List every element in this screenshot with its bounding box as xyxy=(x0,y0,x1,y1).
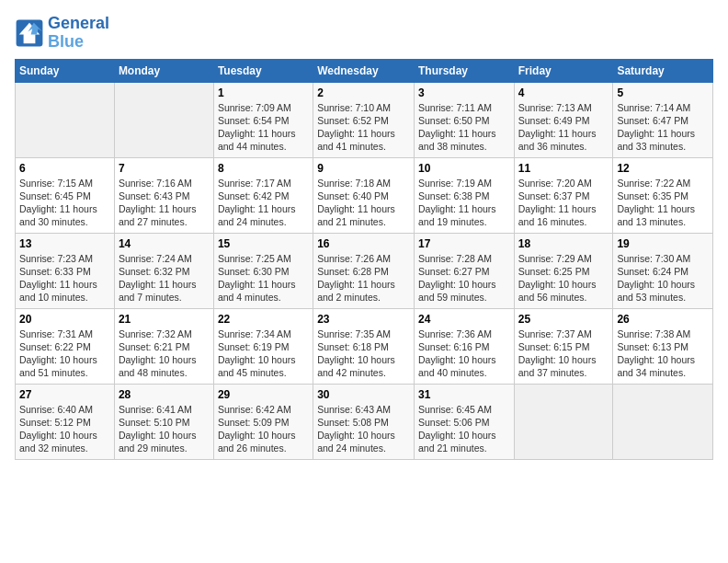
day-number: 1 xyxy=(218,86,309,99)
calendar-cell: 2Sunrise: 7:10 AMSunset: 6:52 PMDaylight… xyxy=(313,82,415,157)
day-number: 28 xyxy=(119,388,210,401)
cell-content: Sunrise: 7:22 AMSunset: 6:35 PMDaylight:… xyxy=(617,177,709,229)
cell-content: Sunrise: 7:31 AMSunset: 6:22 PMDaylight:… xyxy=(19,327,110,380)
calendar-cell: 17Sunrise: 7:28 AMSunset: 6:27 PMDayligh… xyxy=(414,233,514,308)
calendar-cell: 25Sunrise: 7:37 AMSunset: 6:15 PMDayligh… xyxy=(514,308,613,384)
day-number: 15 xyxy=(218,237,309,250)
cell-content: Sunrise: 6:41 AMSunset: 5:10 PMDaylight:… xyxy=(119,403,210,455)
calendar-cell xyxy=(16,82,115,157)
calendar-cell: 16Sunrise: 7:26 AMSunset: 6:28 PMDayligh… xyxy=(313,233,415,308)
day-number: 21 xyxy=(119,313,210,326)
calendar-week-row: 1Sunrise: 7:09 AMSunset: 6:54 PMDaylight… xyxy=(16,82,713,157)
calendar-cell: 28Sunrise: 6:41 AMSunset: 5:10 PMDayligh… xyxy=(114,384,213,459)
calendar-cell xyxy=(114,82,213,157)
calendar-cell: 3Sunrise: 7:11 AMSunset: 6:50 PMDaylight… xyxy=(414,82,514,157)
cell-content: Sunrise: 7:16 AMSunset: 6:43 PMDaylight:… xyxy=(119,177,210,229)
logo: General Blue xyxy=(15,15,109,52)
calendar-cell: 13Sunrise: 7:23 AMSunset: 6:33 PMDayligh… xyxy=(16,233,115,308)
cell-content: Sunrise: 7:20 AMSunset: 6:37 PMDaylight:… xyxy=(518,177,609,229)
day-number: 26 xyxy=(617,313,709,326)
cell-content: Sunrise: 7:30 AMSunset: 6:24 PMDaylight:… xyxy=(617,252,709,304)
day-number: 18 xyxy=(518,237,609,250)
calendar-cell: 10Sunrise: 7:19 AMSunset: 6:38 PMDayligh… xyxy=(414,157,514,233)
day-number: 7 xyxy=(119,162,210,175)
cell-content: Sunrise: 7:17 AMSunset: 6:42 PMDaylight:… xyxy=(218,177,309,229)
calendar-cell: 27Sunrise: 6:40 AMSunset: 5:12 PMDayligh… xyxy=(16,384,115,459)
calendar-cell: 26Sunrise: 7:38 AMSunset: 6:13 PMDayligh… xyxy=(613,308,713,384)
day-number: 14 xyxy=(119,237,210,250)
day-number: 3 xyxy=(418,86,510,99)
day-number: 25 xyxy=(518,313,609,326)
cell-content: Sunrise: 7:36 AMSunset: 6:16 PMDaylight:… xyxy=(418,327,510,380)
cell-content: Sunrise: 7:19 AMSunset: 6:38 PMDaylight:… xyxy=(418,177,510,229)
day-header-friday: Friday xyxy=(514,59,613,82)
cell-content: Sunrise: 7:29 AMSunset: 6:25 PMDaylight:… xyxy=(518,252,609,304)
cell-content: Sunrise: 7:35 AMSunset: 6:18 PMDaylight:… xyxy=(317,327,410,380)
day-number: 6 xyxy=(19,162,110,175)
day-number: 10 xyxy=(418,162,510,175)
day-number: 27 xyxy=(19,388,110,401)
calendar-cell: 23Sunrise: 7:35 AMSunset: 6:18 PMDayligh… xyxy=(313,308,415,384)
calendar-cell: 30Sunrise: 6:43 AMSunset: 5:08 PMDayligh… xyxy=(313,384,415,459)
day-header-monday: Monday xyxy=(114,59,213,82)
calendar-cell: 31Sunrise: 6:45 AMSunset: 5:06 PMDayligh… xyxy=(414,384,514,459)
day-number: 30 xyxy=(317,388,410,401)
day-number: 4 xyxy=(518,86,609,99)
day-number: 23 xyxy=(317,313,410,326)
cell-content: Sunrise: 7:34 AMSunset: 6:19 PMDaylight:… xyxy=(218,327,309,380)
day-header-sunday: Sunday xyxy=(16,59,115,82)
cell-content: Sunrise: 7:10 AMSunset: 6:52 PMDaylight:… xyxy=(317,101,410,154)
cell-content: Sunrise: 7:26 AMSunset: 6:28 PMDaylight:… xyxy=(317,252,410,304)
calendar-cell xyxy=(613,384,713,459)
calendar-cell: 12Sunrise: 7:22 AMSunset: 6:35 PMDayligh… xyxy=(613,157,713,233)
calendar-week-row: 13Sunrise: 7:23 AMSunset: 6:33 PMDayligh… xyxy=(16,233,713,308)
calendar-cell: 5Sunrise: 7:14 AMSunset: 6:47 PMDaylight… xyxy=(613,82,713,157)
calendar-week-row: 20Sunrise: 7:31 AMSunset: 6:22 PMDayligh… xyxy=(16,308,713,384)
cell-content: Sunrise: 6:43 AMSunset: 5:08 PMDaylight:… xyxy=(317,403,410,455)
calendar-cell xyxy=(514,384,613,459)
day-number: 19 xyxy=(617,237,709,250)
calendar-cell: 11Sunrise: 7:20 AMSunset: 6:37 PMDayligh… xyxy=(514,157,613,233)
cell-content: Sunrise: 7:37 AMSunset: 6:15 PMDaylight:… xyxy=(518,327,609,380)
cell-content: Sunrise: 6:40 AMSunset: 5:12 PMDaylight:… xyxy=(19,403,110,455)
cell-content: Sunrise: 7:23 AMSunset: 6:33 PMDaylight:… xyxy=(19,252,110,304)
cell-content: Sunrise: 7:09 AMSunset: 6:54 PMDaylight:… xyxy=(218,101,309,154)
cell-content: Sunrise: 7:11 AMSunset: 6:50 PMDaylight:… xyxy=(418,101,510,154)
calendar-cell: 1Sunrise: 7:09 AMSunset: 6:54 PMDaylight… xyxy=(213,82,313,157)
calendar-cell: 8Sunrise: 7:17 AMSunset: 6:42 PMDaylight… xyxy=(213,157,313,233)
day-number: 8 xyxy=(218,162,309,175)
day-number: 24 xyxy=(418,313,510,326)
logo-icon xyxy=(15,18,44,48)
calendar-cell: 7Sunrise: 7:16 AMSunset: 6:43 PMDaylight… xyxy=(114,157,213,233)
day-number: 17 xyxy=(418,237,510,250)
cell-content: Sunrise: 7:14 AMSunset: 6:47 PMDaylight:… xyxy=(617,101,709,154)
calendar-cell: 14Sunrise: 7:24 AMSunset: 6:32 PMDayligh… xyxy=(114,233,213,308)
page-header: General Blue xyxy=(15,15,713,52)
day-number: 16 xyxy=(317,237,410,250)
cell-content: Sunrise: 7:24 AMSunset: 6:32 PMDaylight:… xyxy=(119,252,210,304)
day-number: 2 xyxy=(317,86,410,99)
calendar-cell: 29Sunrise: 6:42 AMSunset: 5:09 PMDayligh… xyxy=(213,384,313,459)
day-number: 5 xyxy=(617,86,709,99)
cell-content: Sunrise: 7:15 AMSunset: 6:45 PMDaylight:… xyxy=(19,177,110,229)
day-number: 29 xyxy=(218,388,309,401)
cell-content: Sunrise: 7:25 AMSunset: 6:30 PMDaylight:… xyxy=(218,252,309,304)
calendar-cell: 15Sunrise: 7:25 AMSunset: 6:30 PMDayligh… xyxy=(213,233,313,308)
calendar-cell: 18Sunrise: 7:29 AMSunset: 6:25 PMDayligh… xyxy=(514,233,613,308)
calendar-cell: 6Sunrise: 7:15 AMSunset: 6:45 PMDaylight… xyxy=(16,157,115,233)
calendar-cell: 9Sunrise: 7:18 AMSunset: 6:40 PMDaylight… xyxy=(313,157,415,233)
calendar-cell: 21Sunrise: 7:32 AMSunset: 6:21 PMDayligh… xyxy=(114,308,213,384)
calendar-cell: 22Sunrise: 7:34 AMSunset: 6:19 PMDayligh… xyxy=(213,308,313,384)
day-number: 9 xyxy=(317,162,410,175)
day-header-saturday: Saturday xyxy=(613,59,713,82)
calendar-week-row: 27Sunrise: 6:40 AMSunset: 5:12 PMDayligh… xyxy=(16,384,713,459)
day-header-thursday: Thursday xyxy=(414,59,514,82)
calendar-cell: 4Sunrise: 7:13 AMSunset: 6:49 PMDaylight… xyxy=(514,82,613,157)
calendar-table: SundayMondayTuesdayWednesdayThursdayFrid… xyxy=(15,59,713,460)
day-number: 31 xyxy=(418,388,510,401)
calendar-cell: 24Sunrise: 7:36 AMSunset: 6:16 PMDayligh… xyxy=(414,308,514,384)
calendar-cell: 19Sunrise: 7:30 AMSunset: 6:24 PMDayligh… xyxy=(613,233,713,308)
day-number: 12 xyxy=(617,162,709,175)
calendar-week-row: 6Sunrise: 7:15 AMSunset: 6:45 PMDaylight… xyxy=(16,157,713,233)
day-header-tuesday: Tuesday xyxy=(213,59,313,82)
